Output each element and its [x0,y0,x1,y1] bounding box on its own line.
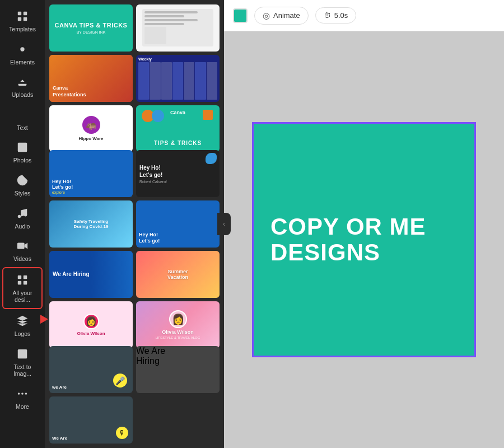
svg-rect-14 [24,281,27,284]
time-label: 5.0s [334,11,348,20]
thumbnail-travel[interactable]: Safety TravelingDuring Covid-19 [49,200,133,248]
more-label: More [16,403,29,410]
bar2 [144,15,184,17]
svg-point-6 [20,144,22,147]
sidebar-item-videos[interactable]: Videos [2,234,43,267]
templates-icon [15,9,30,24]
thumbnail-we-are-bottom-1[interactable]: we Are 🎤 [49,346,133,393]
templates-panel: CANVA TIPS & TRICKS BY DESIGN INK [45,0,224,448]
styles-label: Styles [15,190,31,197]
bar3 [144,19,198,21]
color-swatch[interactable] [233,8,248,23]
thumbnail-hey-ho-1[interactable]: Hey Ho!Let's go! explore [49,150,133,197]
uploads-label: Uploads [12,91,34,99]
canva-tips-sub: BY DESIGN INK [77,30,106,34]
olivia-1-circle: 👩 [83,314,99,329]
animate-label: Animate [273,11,300,20]
clock-icon: ⏱ [324,11,331,20]
sidebar-item-audio[interactable]: Audio [2,202,43,235]
panel-wrapper: CANVA TIPS & TRICKS BY DESIGN INK [45,0,224,448]
animate-button[interactable]: ◎ Animate [254,7,309,25]
canvas-toolbar: ◎ Animate ⏱ 5.0s [224,0,504,31]
sidebar-item-text-to-image[interactable]: Text to Imag... [2,342,43,382]
svg-rect-0 [18,12,21,15]
svg-point-4 [20,47,24,51]
main-area: ◎ Animate ⏱ 5.0s COPY OR ME DESIGNS [224,0,504,448]
thumbnail-olivia-1[interactable]: 👩 Olivia Wilson [49,301,133,348]
thumbnail-hey-ho-2[interactable]: Hey Ho!Let's go! Robert Calvero! [136,150,220,197]
svg-rect-13 [18,281,21,284]
thumbnail-summer-vac[interactable]: SummerVacation [136,251,220,298]
circle-deco-3: 🎙 [116,427,128,439]
screenshot-inner [142,9,213,46]
animate-icon: ◎ [263,11,270,21]
all-designs-icon [15,273,30,287]
panel-collapse-button[interactable]: ‹ [217,213,231,235]
circle-deco-1: 🎤 [113,374,127,388]
bar4 [144,23,184,25]
time-button[interactable]: ⏱ 5.0s [315,7,357,24]
logos-label: Logos [15,330,31,338]
sidebar-item-uploads[interactable]: Uploads [2,70,43,103]
text-to-image-label: Text to Imag... [4,363,40,377]
svg-point-17 [21,393,24,395]
thumbnail-canva-pres[interactable]: CanvaPresentations [49,55,133,102]
weekly-header: Weekly [138,57,217,61]
hippoware-logo: 🦛 [82,116,100,134]
more-icon [15,386,30,401]
thumbnail-we-are-hiring-2[interactable]: We AreHiring [136,346,220,393]
thumbnail-we-are-bottom-3[interactable]: We Are 🎙 [49,396,133,444]
thumbnail-olivia-2[interactable]: 👩 Olivia Wilson LIFESTYLE & TRAVEL VLOG [136,301,220,348]
thumbnail-canva-tips[interactable]: CANVA TIPS & TRICKS BY DESIGN INK [49,4,133,52]
person-silhouette-1 [91,251,133,298]
olivia-2-circle: 👩 [169,310,187,328]
elements-label: Elements [10,59,35,66]
thumbnail-hey-ho-3[interactable]: Hey Ho!Let's go! [136,200,220,248]
thumbnail-tips-tricks[interactable]: Canva TIPS & TRICKS [136,105,220,152]
hey-ho-3-text: Hey Ho!Let's go! [139,232,160,245]
hey-ho-1-text: Hey Ho!Let's go! [52,179,73,191]
thumbnail-screenshot[interactable] [136,4,220,52]
audio-icon [15,206,30,221]
sidebar-item-styles[interactable]: Styles [2,169,43,202]
thumbnail-weekly[interactable]: Weekly [136,55,220,102]
sidebar-item-more[interactable]: More [2,382,43,415]
templates-grid: CANVA TIPS & TRICKS BY DESIGN INK [45,0,224,448]
hey-ho-1-sub: explore [52,190,65,194]
we-are-hiring-1-title: We Are Hiring [53,270,90,278]
we-are-bottom-3-text: We Are [52,436,67,441]
hippoware-brand: Hippo Ware [78,136,103,141]
photos-icon [15,140,30,155]
olivia-2-name: Olivia Wilson [162,329,193,335]
sidebar: Templates Elements Uploads Text Photos S… [0,0,45,448]
sidebar-item-text[interactable]: Text [2,103,43,136]
logos-icon [15,314,30,328]
canvas-text-line1: COPY OR ME [270,213,426,240]
bg-person-1 [83,150,133,197]
svg-rect-10 [17,243,25,249]
svg-point-18 [25,393,27,395]
hey-ho-2-sub: Robert Calvero! [139,180,167,184]
rect-orange [203,110,213,120]
text-label: Text [17,124,27,132]
summer-vac-title: SummerVacation [167,269,188,280]
olivia-2-sub: LIFESTYLE & TRAVEL VLOG [156,336,200,339]
svg-point-9 [24,213,27,217]
we-are-bottom-1-text: we Are [52,385,67,390]
videos-icon [15,239,30,253]
sidebar-item-templates[interactable]: Templates [2,4,43,38]
sidebar-item-photos[interactable]: Photos [2,136,43,169]
travel-title: Safety TravelingDuring Covid-19 [74,219,109,229]
canvas-text-line2: DESIGNS [270,239,380,265]
thumbnail-hippoware[interactable]: 🦛 Hippo Ware [49,105,133,152]
canva-tips-title: CANVA TIPS & TRICKS [55,22,128,29]
sidebar-item-elements[interactable]: Elements [2,38,43,71]
thumbnail-we-are-hiring-1[interactable]: We Are Hiring [49,251,133,298]
sidebar-item-all-designs[interactable]: All your desi... [2,267,43,309]
canvas-slide[interactable]: COPY OR ME DESIGNS [252,122,476,357]
olivia-1-name: Olivia Wilson [77,331,105,336]
sidebar-item-logos[interactable]: Logos [2,309,43,342]
canvas-area: COPY OR ME DESIGNS [224,31,504,448]
uploads-icon [15,74,30,89]
svg-rect-2 [18,17,21,21]
